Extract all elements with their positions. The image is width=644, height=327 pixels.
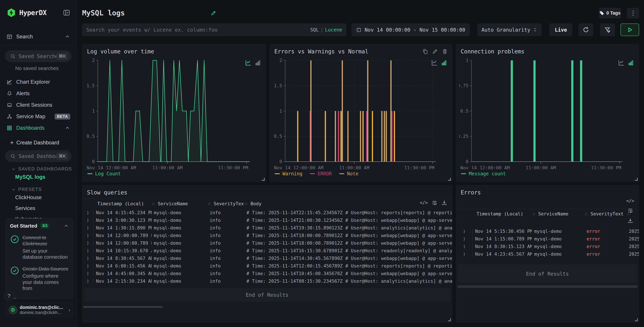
expand-row-icon[interactable]: ⟩: [456, 229, 473, 234]
wrap-lines-icon[interactable]: [432, 200, 438, 206]
expand-row-icon[interactable]: ⟩: [82, 271, 94, 276]
bar-chart-toggle-icon[interactable]: [628, 59, 634, 66]
table-row[interactable]: ⟩Nov 14 12:00:00.789 PMmysql-demoinfo# T…: [82, 239, 452, 247]
table-row[interactable]: ⟩Nov 14 3:00:30.123 PMmysql-demoinfo# Ti…: [82, 216, 452, 224]
event-search-bar[interactable]: SQL|Lucene: [82, 24, 346, 36]
edit-panel-icon[interactable]: [432, 48, 438, 55]
column-header[interactable]: ∷ServiceName: [532, 211, 584, 216]
panel-resize-handle[interactable]: [448, 318, 451, 321]
live-button[interactable]: Live: [550, 24, 572, 36]
line-chart-toggle-icon[interactable]: [431, 59, 438, 67]
code-view-icon[interactable]: </>: [420, 200, 428, 205]
create-dashboard-button[interactable]: + Create Dashboard: [0, 137, 77, 149]
saved-searches-input[interactable]: ⌘K: [5, 50, 72, 62]
panel-resize-handle[interactable]: [635, 178, 638, 181]
horizontal-scrollbar[interactable]: [83, 306, 163, 308]
drag-handle-icon[interactable]: ∷: [245, 201, 248, 206]
table-row[interactable]: ⟩Nov 14 4:45:00.345 AMmysql-demoinfo# Ti…: [82, 270, 452, 277]
line-chart-toggle-icon[interactable]: [618, 59, 625, 67]
expand-row-icon[interactable]: ⟩: [82, 263, 94, 269]
get-started-item[interactable]: Create Data Sources Configure where your…: [10, 266, 69, 291]
chevron-up-icon[interactable]: [64, 223, 69, 229]
expand-row-icon[interactable]: ⟩: [82, 218, 94, 223]
delete-panel-icon[interactable]: [442, 48, 448, 55]
table-row[interactable]: ⟩Nov 14 10:15:30.678 AMmysql-demoinfo# T…: [82, 247, 452, 254]
expand-row-icon[interactable]: ⟩: [456, 251, 473, 257]
get-started-item[interactable]: Add Data Start sending logs, metrics, or…: [10, 297, 69, 299]
help-button[interactable]: ?: [4, 290, 14, 301]
drag-handle-icon[interactable]: ∷: [585, 211, 588, 216]
sidebar-item-client-sessions[interactable]: Client Sessions: [0, 99, 77, 111]
chevron-up-icon[interactable]: [64, 125, 70, 131]
time-range-picker[interactable]: Nov 14 00:00:00 - Nov 15 00:00:00: [352, 24, 470, 36]
expand-row-icon[interactable]: ⟩: [82, 278, 94, 284]
brand[interactable]: HyperDX: [6, 8, 47, 18]
user-menu[interactable]: D dominic.tran@clic... dominic.tran@clic…: [6, 303, 73, 317]
bar-chart-toggle-icon[interactable]: [440, 59, 447, 66]
expand-row-icon[interactable]: ⟩: [456, 236, 473, 242]
column-header[interactable]: ∷SeverityText: [584, 211, 626, 216]
table-row[interactable]: ⟩Nov 14 8:30:15.123 AMmysql-demoerror202…: [456, 243, 639, 250]
sidebar-item-mysql-logs[interactable]: MySQL logs: [0, 172, 77, 182]
line-chart-toggle-icon[interactable]: [245, 59, 252, 67]
legend-item[interactable]: Log Count: [87, 171, 121, 177]
expand-row-icon[interactable]: ⟩: [82, 256, 94, 261]
expand-row-icon[interactable]: ⟩: [82, 225, 94, 231]
column-header[interactable]: ∷ServiceName: [152, 201, 208, 206]
column-header[interactable]: Timestamp (Local): [94, 201, 152, 206]
filter-edit-button[interactable]: [600, 24, 615, 36]
chevron-up-icon[interactable]: [64, 34, 70, 40]
download-icon[interactable]: [627, 218, 633, 224]
saved-dashboards-field[interactable]: [18, 153, 56, 159]
table-row[interactable]: ⟩Nov 14 1:15:00.789 PMmysql-demoerror202…: [456, 235, 639, 243]
saved-searches-field[interactable]: [18, 53, 56, 59]
duplicate-panel-icon[interactable]: [422, 48, 428, 55]
expand-row-icon[interactable]: ⟩: [82, 233, 94, 238]
sidebar-item-search[interactable]: Search: [0, 31, 77, 43]
saved-dashboards-input[interactable]: ⌘K: [5, 150, 72, 162]
table-row[interactable]: ⟩Nov 14 12:00:00.789 PMmysql-demoinfo# T…: [82, 232, 452, 239]
table-row[interactable]: ⟩Nov 14 5:15:30.456 PMmysql-demoerror202…: [456, 227, 639, 235]
get-started-item[interactable]: Connect to ClickHouse Set up your databa…: [10, 234, 69, 260]
saved-dashboards-group[interactable]: SAVED DASHBOARDS: [11, 166, 77, 172]
sidebar-item-clickhouse[interactable]: ClickHouse: [0, 192, 77, 203]
sidebar-item-services[interactable]: Services: [0, 203, 77, 214]
collapse-sidebar-icon[interactable]: [63, 9, 70, 17]
horizontal-scrollbar[interactable]: [457, 285, 638, 288]
granularity-select[interactable]: Auto Granularity: [478, 24, 542, 36]
run-query-button[interactable]: [620, 24, 639, 36]
drag-handle-icon[interactable]: ∷: [208, 201, 211, 206]
panel-resize-handle[interactable]: [635, 318, 638, 321]
sidebar-item-service-map[interactable]: Service Map BETA: [0, 111, 77, 122]
presets-group[interactable]: PRESETS: [11, 187, 77, 192]
legend-item[interactable]: Message count: [461, 171, 506, 177]
panel-resize-handle[interactable]: [448, 178, 451, 181]
sidebar-item-alerts[interactable]: Alerts: [0, 88, 77, 99]
edit-title-icon[interactable]: [210, 10, 217, 16]
code-view-icon[interactable]: </>: [626, 198, 634, 203]
lucene-toggle[interactable]: Lucene: [325, 27, 342, 33]
table-row[interactable]: ⟩Nov 14 2:15:30.234 AMmysql-demoinfo# Ti…: [82, 277, 452, 285]
wrap-lines-icon[interactable]: [627, 207, 633, 214]
legend-item[interactable]: Warning: [275, 171, 302, 177]
sql-toggle[interactable]: SQL: [310, 27, 319, 33]
drag-handle-icon[interactable]: ∷: [532, 211, 535, 216]
table-row[interactable]: ⟩Nov 14 4:15:45.234 PMmysql-demoinfo# Ti…: [82, 209, 452, 216]
panel-resize-handle[interactable]: [262, 178, 264, 181]
table-row[interactable]: ⟩Nov 14 4:23:45.567 AMmysql-demoerror202…: [456, 250, 639, 258]
expand-row-icon[interactable]: ⟩: [82, 240, 94, 246]
expand-row-icon[interactable]: ⟩: [82, 248, 94, 253]
download-icon[interactable]: [441, 200, 447, 206]
table-row[interactable]: ⟩Nov 14 8:30:45.567 AMmysql-demoinfo# Ti…: [82, 254, 452, 262]
table-row[interactable]: ⟩Nov 14 1:30:15.890 PMmysql-demoinfo# Ti…: [82, 224, 452, 232]
more-menu-button[interactable]: ⋮: [627, 8, 639, 18]
expand-row-icon[interactable]: ⟩: [456, 244, 473, 249]
search-input[interactable]: [86, 27, 310, 33]
sidebar-item-chart-explorer[interactable]: Chart Explorer: [0, 76, 77, 88]
tags-button[interactable]: 0 Tags: [599, 8, 621, 18]
column-header[interactable]: ∷SeverityText: [208, 201, 244, 206]
legend-item[interactable]: ERROR: [310, 171, 332, 177]
bar-chart-toggle-icon[interactable]: [254, 59, 261, 66]
legend-item[interactable]: Note: [339, 171, 358, 177]
refresh-button[interactable]: [578, 24, 593, 36]
